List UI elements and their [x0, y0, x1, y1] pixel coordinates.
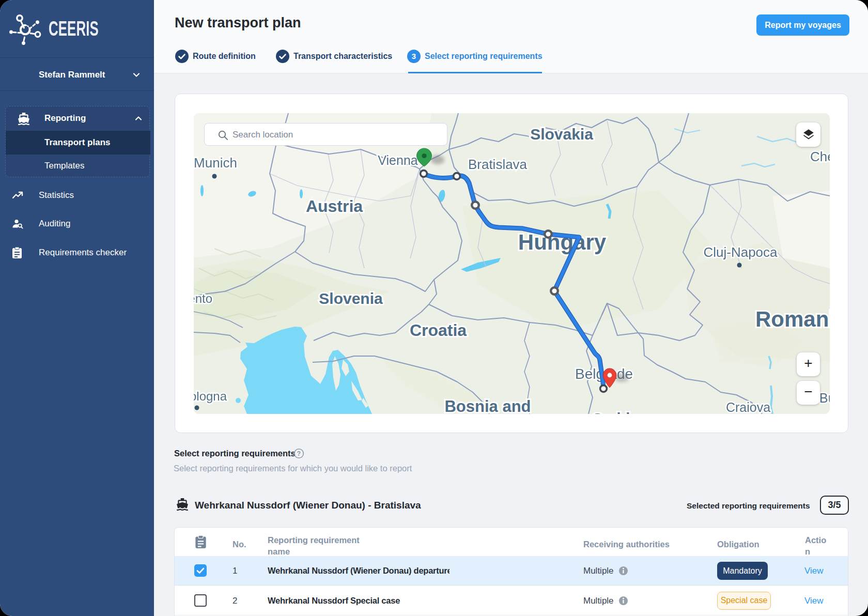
svg-text:Romania: Romania: [755, 307, 830, 331]
svg-text:Trento: Trento: [194, 291, 212, 305]
svg-text:Austria: Austria: [306, 197, 363, 215]
svg-text:Slovenia: Slovenia: [319, 290, 383, 307]
svg-text:Bologna: Bologna: [194, 389, 227, 403]
svg-text:Chernivtsi: Chernivtsi: [810, 149, 830, 164]
svg-text:Craiova: Craiova: [726, 400, 770, 414]
svg-text:Bucharest: Bucharest: [819, 391, 830, 405]
svg-text:Vienna: Vienna: [378, 153, 417, 167]
svg-text:Slovakia: Slovakia: [530, 126, 593, 143]
svg-text:Cluj-Napoca: Cluj-Napoca: [703, 244, 778, 260]
svg-text:Bosnia and: Bosnia and: [444, 397, 531, 414]
svg-text:Serbia: Serbia: [593, 410, 639, 414]
svg-text:Munich: Munich: [194, 155, 237, 171]
svg-text:?: ?: [297, 450, 301, 457]
svg-text:Croatia: Croatia: [410, 321, 467, 340]
svg-text:Bratislava: Bratislava: [468, 157, 528, 172]
